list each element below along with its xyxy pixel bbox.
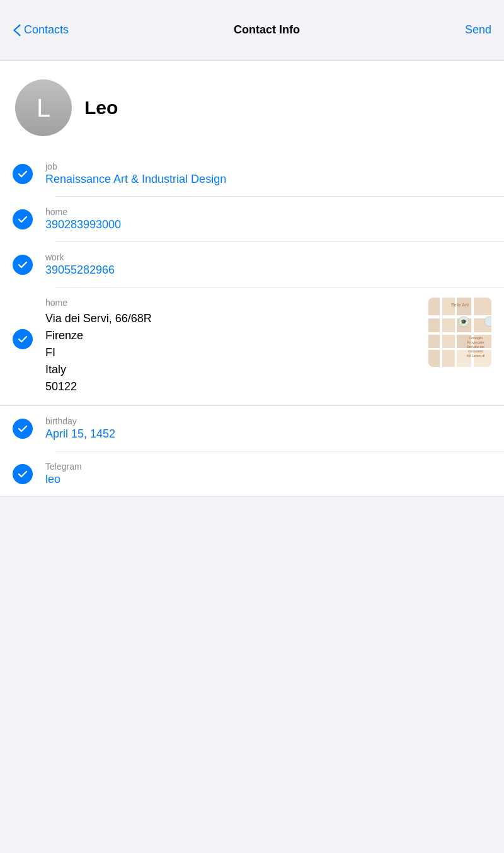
address-label: home xyxy=(45,298,421,308)
address-line3: FI xyxy=(45,344,421,361)
svg-text:Dell'albo dei: Dell'albo dei xyxy=(467,345,484,349)
svg-rect-2 xyxy=(428,332,491,335)
svg-rect-7 xyxy=(428,298,440,315)
check-icon[interactable] xyxy=(13,329,33,349)
list-item: work 39055282966 xyxy=(0,242,504,287)
work-phone-value[interactable]: 39055282966 xyxy=(45,264,491,277)
svg-rect-12 xyxy=(442,318,455,332)
check-icon[interactable] xyxy=(13,419,33,439)
check-icon[interactable] xyxy=(13,464,33,484)
contact-header: L Leo xyxy=(0,61,504,151)
svg-rect-19 xyxy=(428,350,440,367)
list-item: Telegram leo xyxy=(0,451,504,496)
home-phone-value[interactable]: 390283993000 xyxy=(45,218,491,231)
section-gap xyxy=(0,497,504,503)
contact-name: Leo xyxy=(84,97,118,119)
svg-text:Consulenti: Consulenti xyxy=(468,349,483,353)
svg-text:Consiglio: Consiglio xyxy=(469,336,483,340)
home-phone-label: home xyxy=(45,207,491,217)
birthday-info: birthday April 15, 1452 xyxy=(45,416,491,441)
list-item: birthday April 15, 1452 xyxy=(0,406,504,451)
list-item: home Via dei Servi, 66/68R Firenze FI It… xyxy=(0,287,504,405)
address-line5: 50122 xyxy=(45,378,421,395)
svg-rect-5 xyxy=(455,298,457,367)
svg-text:Provinciale: Provinciale xyxy=(467,340,484,344)
address-lines: Via dei Servi, 66/68R Firenze FI Italy 5… xyxy=(45,310,421,395)
list-item: home 390283993000 xyxy=(0,197,504,241)
list-item: job Renaissance Art & Industrial Design xyxy=(0,151,504,196)
svg-rect-11 xyxy=(428,318,440,332)
svg-rect-10 xyxy=(474,298,491,315)
svg-rect-16 xyxy=(442,335,455,348)
check-icon[interactable] xyxy=(13,209,33,229)
navigation-bar: Contacts Contact Info Send xyxy=(0,0,504,61)
telegram-label: Telegram xyxy=(45,461,491,472)
job-value[interactable]: Renaissance Art & Industrial Design xyxy=(45,173,491,186)
back-label: Contacts xyxy=(24,23,69,37)
svg-text:Belle Arti: Belle Arti xyxy=(451,303,469,307)
job-label: job xyxy=(45,161,491,171)
map-thumbnail[interactable]: Belle Arti 🎓 Consiglio Provinciale Dell'… xyxy=(428,298,491,367)
svg-rect-4 xyxy=(440,298,442,367)
telegram-info: Telegram leo xyxy=(45,461,491,486)
avatar-letter: L xyxy=(37,94,50,122)
avatar: L xyxy=(15,79,72,136)
info-section: job Renaissance Art & Industrial Design … xyxy=(0,151,504,497)
address-info: home Via dei Servi, 66/68R Firenze FI It… xyxy=(45,298,421,395)
svg-text:del Lavoro di: del Lavoro di xyxy=(467,354,485,357)
checkmark-icon xyxy=(17,468,28,480)
back-button[interactable]: Contacts xyxy=(13,23,69,37)
svg-rect-20 xyxy=(442,350,455,367)
check-icon[interactable] xyxy=(13,164,33,184)
address-line2: Firenze xyxy=(45,327,421,344)
svg-rect-15 xyxy=(428,335,440,348)
address-line1: Via dei Servi, 66/68R xyxy=(45,310,421,327)
checkmark-icon xyxy=(17,168,28,180)
checkmark-icon xyxy=(17,334,28,345)
checkmark-icon xyxy=(17,259,28,270)
send-button[interactable]: Send xyxy=(465,23,491,37)
work-phone-info: work 39055282966 xyxy=(45,252,491,277)
telegram-value[interactable]: leo xyxy=(45,473,491,486)
page-title: Contact Info xyxy=(234,23,300,37)
svg-text:🎓: 🎓 xyxy=(461,318,467,325)
chevron-left-icon xyxy=(13,24,21,37)
work-phone-label: work xyxy=(45,252,491,262)
check-icon[interactable] xyxy=(13,255,33,275)
home-phone-info: home 390283993000 xyxy=(45,207,491,231)
checkmark-icon xyxy=(17,214,28,225)
job-info: job Renaissance Art & Industrial Design xyxy=(45,161,491,186)
birthday-label: birthday xyxy=(45,416,491,426)
map-image: Belle Arti 🎓 Consiglio Provinciale Dell'… xyxy=(428,298,491,367)
birthday-value[interactable]: April 15, 1452 xyxy=(45,427,491,441)
address-line4: Italy xyxy=(45,361,421,378)
checkmark-icon xyxy=(17,423,28,434)
svg-rect-1 xyxy=(428,315,491,318)
